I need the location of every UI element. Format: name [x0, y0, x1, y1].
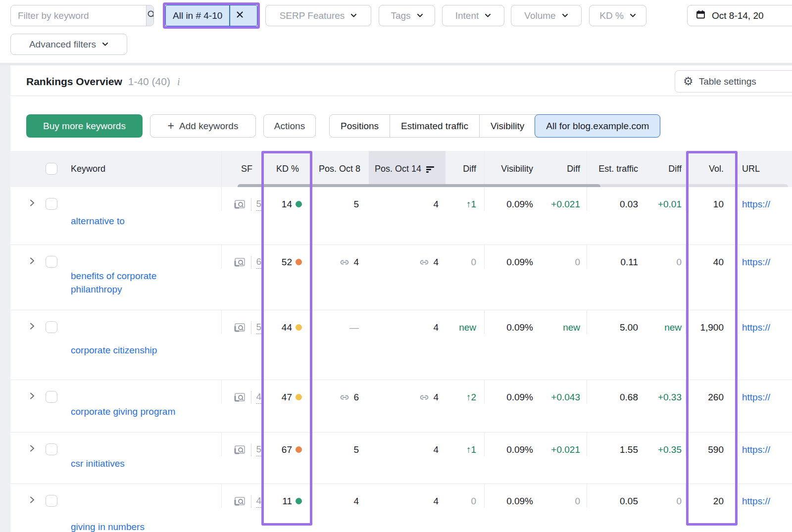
row-checkbox[interactable] — [46, 256, 57, 268]
serp-preview-icon[interactable] — [233, 256, 247, 268]
tab-positions[interactable]: Positions — [330, 115, 390, 137]
expand-row-icon[interactable] — [28, 256, 37, 265]
sf-count[interactable]: 5 — [256, 321, 261, 334]
select-all-checkbox[interactable] — [46, 163, 57, 175]
ranking-url-link[interactable]: https:// — [742, 255, 770, 269]
kd-dot — [296, 259, 302, 265]
keyword-link[interactable]: corporate giving program — [71, 405, 175, 418]
info-icon[interactable]: i — [176, 76, 181, 88]
ranking-url-link[interactable]: https:// — [742, 494, 770, 508]
volume-dropdown[interactable]: Volume — [511, 5, 582, 26]
keyword-link[interactable]: csr initiatives — [71, 457, 125, 470]
serp-preview-icon[interactable] — [233, 322, 247, 334]
kd-value: 11 — [282, 494, 292, 508]
row-checkbox[interactable] — [46, 198, 57, 210]
date-range-picker[interactable]: Oct 8-14, 20 — [687, 5, 792, 26]
serp-preview-icon[interactable] — [233, 444, 247, 456]
row-checkbox[interactable] — [46, 495, 57, 507]
row-checkbox[interactable] — [46, 391, 57, 403]
actions-button[interactable]: Actions — [263, 114, 316, 138]
gear-icon: ⚙ — [683, 76, 693, 87]
serp-preview-icon[interactable] — [233, 391, 247, 403]
table-settings-button[interactable]: ⚙ Table settings — [675, 70, 792, 93]
expand-row-icon[interactable] — [28, 198, 37, 207]
sf-count[interactable]: 4 — [256, 391, 261, 404]
expand-row-icon[interactable] — [28, 391, 37, 400]
sf-count[interactable]: 4 — [256, 495, 261, 508]
results-range: 1-40 (40) — [128, 76, 170, 88]
keyword-link[interactable]: benefits of corporate philanthropy — [71, 269, 204, 296]
ranking-url-link[interactable]: https:// — [742, 197, 770, 211]
chevron-down-icon — [630, 13, 636, 18]
advanced-filters-dropdown[interactable]: Advanced filters — [10, 34, 127, 55]
kd-dropdown[interactable]: KD % — [589, 5, 646, 26]
visibility-diff: 0 — [575, 494, 580, 508]
tab-estimated-traffic[interactable]: Estimated traffic — [390, 115, 479, 137]
ranking-url-link[interactable]: https:// — [742, 443, 770, 456]
buy-more-keywords-button[interactable]: Buy more keywords — [26, 114, 143, 138]
chevron-down-icon — [417, 13, 423, 18]
sf-count[interactable]: 5 — [256, 443, 261, 456]
visibility-diff: new — [563, 321, 580, 334]
pos-oct14-value: 4 — [433, 255, 439, 269]
ranking-url-link[interactable]: https:// — [742, 390, 770, 404]
remove-filter-button[interactable] — [230, 5, 250, 26]
expand-row-icon[interactable] — [28, 444, 37, 453]
column-visibility[interactable]: Visibility — [501, 164, 533, 174]
position-diff: 0 — [471, 494, 476, 508]
row-checkbox[interactable] — [46, 443, 57, 455]
highlight-position-filter-annotation: All in # 4-10 — [163, 2, 260, 29]
keyword-link[interactable]: alternative to — [71, 214, 125, 228]
keyword-filter-field — [10, 5, 154, 26]
column-pos-oct8[interactable]: Pos. Oct 8 — [319, 164, 360, 174]
visibility-diff: 0 — [575, 255, 580, 269]
traffic-diff: +0.35 — [658, 443, 682, 456]
column-volume[interactable]: Vol. — [709, 164, 724, 174]
serp-preview-icon[interactable] — [233, 495, 247, 507]
keyword-link[interactable]: giving in numbers — [71, 520, 145, 532]
chevron-down-icon — [102, 42, 108, 47]
column-pos-oct14[interactable]: Pos. Oct 14 — [375, 164, 421, 174]
position-diff: 0 — [471, 255, 476, 269]
position-filter-label: All in # 4-10 — [166, 5, 229, 26]
position-filter-chip[interactable]: All in # 4-10 — [165, 5, 257, 26]
tab-all-for-domain[interactable]: All for blog.example.com — [535, 114, 660, 138]
advanced-filters-label: Advanced filters — [29, 39, 96, 50]
search-button[interactable] — [146, 5, 154, 26]
column-kd[interactable]: KD % — [276, 164, 299, 174]
column-est-traffic[interactable]: Est. traffic — [598, 164, 638, 174]
serp-preview-icon[interactable] — [233, 198, 247, 210]
kd-dot — [296, 394, 302, 400]
keyword-filter-input[interactable] — [11, 5, 146, 26]
column-diff-traffic[interactable]: Diff — [668, 164, 682, 174]
keyword-link[interactable]: corporate citizenship — [71, 343, 157, 357]
expand-row-icon[interactable] — [28, 495, 37, 504]
column-keyword[interactable]: Keyword — [71, 164, 105, 174]
divider — [251, 198, 251, 211]
traffic-diff: +0.33 — [658, 390, 682, 404]
est-traffic-value: 0.68 — [620, 390, 638, 404]
column-diff-pos[interactable]: Diff — [463, 164, 476, 174]
traffic-diff: 0 — [676, 494, 682, 508]
table-row: giving in numbers 4 11 4 4 0 0.09% 0 0.0… — [10, 484, 792, 532]
url-change-link-icon — [419, 257, 430, 268]
ranking-url-link[interactable]: https:// — [742, 321, 770, 334]
tab-visibility[interactable]: Visibility — [479, 115, 535, 137]
serp-features-dropdown[interactable]: SERP Features — [265, 5, 371, 26]
column-diff-visibility[interactable]: Diff — [567, 164, 580, 174]
url-change-link-icon — [339, 392, 350, 403]
add-keywords-button[interactable]: + Add keywords — [150, 114, 256, 138]
sf-count[interactable]: 5 — [256, 198, 261, 211]
row-checkbox[interactable] — [46, 321, 57, 333]
column-url[interactable]: URL — [742, 164, 760, 174]
column-sf[interactable]: SF — [241, 164, 252, 174]
sf-count[interactable]: 6 — [256, 256, 261, 269]
buy-more-keywords-label: Buy more keywords — [43, 121, 126, 132]
visibility-value: 0.09% — [506, 321, 533, 334]
kd-value: 52 — [282, 255, 292, 269]
tags-dropdown[interactable]: Tags — [379, 5, 435, 26]
expand-row-icon[interactable] — [28, 322, 37, 331]
volume-value: 20 — [713, 494, 724, 508]
table-row: corporate citizenship 5 44 — 4 new 0.09%… — [10, 310, 792, 380]
intent-dropdown[interactable]: Intent — [442, 5, 504, 26]
